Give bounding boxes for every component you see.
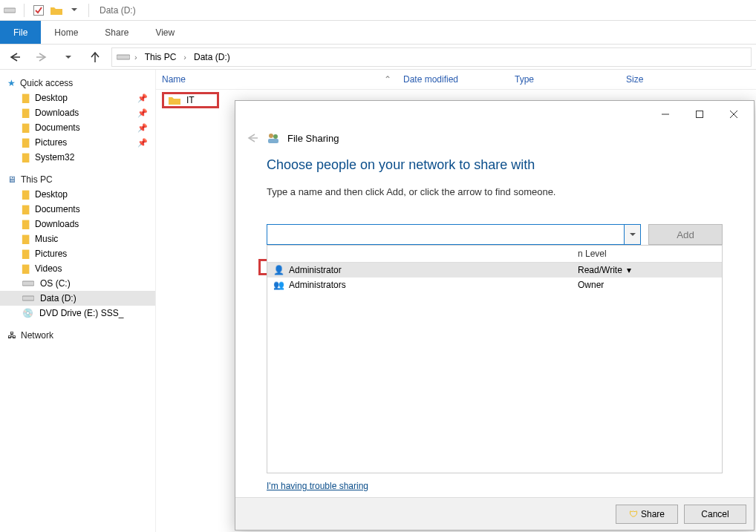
col-header-name[interactable]: Name⌃ [156,70,397,89]
trouble-sharing-link[interactable]: I'm having trouble sharing [267,481,723,491]
minimize-button[interactable] [650,104,681,125]
svg-point-13 [269,134,273,138]
user-icon: 👤 [273,265,284,275]
pin-icon: 📌 [137,108,148,118]
navigation-bar: › This PC › Data (D:) [0,45,756,70]
folder-icon: ▇ [22,189,29,200]
col-header-type[interactable]: Type [509,70,620,89]
folder-icon: ▇ [22,152,29,162]
recent-dropdown[interactable] [58,48,79,66]
tab-home[interactable]: Home [41,21,91,44]
navigation-sidebar: ★ Quick access ▇Desktop📌 ▇Downloads📌 ▇Do… [0,70,156,532]
ribbon-tabs: File Home Share View [0,21,756,45]
sidebar-item-dvd-drive[interactable]: 💿DVD Drive (E:) SSS_ [0,306,155,321]
sidebar-this-pc[interactable]: 🖥 This PC [0,172,155,187]
network-icon: 🖧 [7,330,16,341]
chevron-down-icon[interactable]: ▾ [627,265,631,275]
breadcrumb-current[interactable]: Data (D:) [191,52,233,62]
tab-file[interactable]: File [0,21,41,44]
col-header-permission[interactable]: n Level [572,246,722,262]
sidebar-item-downloads[interactable]: ▇Downloads [0,217,155,231]
sidebar-item-documents[interactable]: ▇Documents📌 [0,120,155,135]
back-button[interactable] [4,48,25,66]
window-title: Data (D:) [100,5,136,16]
this-pc-label: This PC [21,174,53,185]
sidebar-item-music[interactable]: ▇Music [0,231,155,246]
folder-icon: ▇ [22,122,29,133]
folder-icon: ▇ [22,204,29,214]
folder-icon: ▇ [22,137,29,148]
pin-icon: 📌 [137,123,148,133]
svg-rect-6 [22,281,34,286]
table-header: n Level [267,246,722,263]
svg-rect-5 [117,55,130,59]
sidebar-item-pictures[interactable]: ▇Pictures📌 [0,135,155,150]
svg-rect-15 [268,139,278,143]
chevron-right-icon[interactable]: › [133,53,139,62]
close-button[interactable] [718,104,749,125]
col-header-name[interactable] [267,246,572,262]
column-headers: Name⌃ Date modified Type Size [156,70,756,90]
dialog-heading: Choose people on your network to share w… [267,157,723,173]
maximize-button[interactable] [684,104,715,125]
sidebar-network[interactable]: 🖧 Network [0,328,155,343]
sidebar-item-os-c[interactable]: OS (C:) [0,276,155,291]
add-button[interactable]: Add [648,224,723,245]
pin-icon: 📌 [137,138,148,148]
sidebar-item-pictures[interactable]: ▇Pictures [0,246,155,261]
sidebar-item-desktop[interactable]: ▇Desktop📌 [0,91,155,105]
sidebar-item-system32[interactable]: ▇System32 [0,150,155,165]
table-row[interactable]: 👤Administrator Read/Write▾ [267,263,722,278]
checkbox-icon[interactable] [32,4,45,17]
forward-button[interactable] [31,48,52,66]
svg-rect-9 [697,111,703,118]
breadcrumb[interactable]: › This PC › Data (D:) [111,47,752,67]
sort-indicator-icon: ⌃ [384,74,391,85]
cancel-button[interactable]: Cancel [684,505,746,524]
disc-icon: 💿 [22,308,33,318]
breadcrumb-root[interactable]: This PC [142,52,180,62]
drive-icon [22,280,34,287]
dialog-title: File Sharing [287,133,339,144]
star-icon: ★ [7,78,16,88]
table-row[interactable]: 👥Administrators Owner [267,278,722,292]
folder-icon [169,96,180,105]
group-quick-access: ★ Quick access ▇Desktop📌 ▇Downloads📌 ▇Do… [0,76,155,165]
up-button[interactable] [85,48,105,66]
drive-icon [22,295,34,302]
computer-icon: 🖥 [7,174,16,185]
dialog-footer: 🛡 Share Cancel [235,497,754,530]
callout-highlight: IT [162,92,219,108]
sidebar-item-desktop[interactable]: ▇Desktop [0,187,155,202]
share-button[interactable]: 🛡 Share [616,505,678,524]
sidebar-item-documents[interactable]: ▇Documents [0,202,155,217]
drive-icon [117,53,130,61]
sidebar-quick-access[interactable]: ★ Quick access [0,76,155,91]
person-combobox[interactable]: Everyone Find people... [267,224,641,245]
permissions-table: n Level 👤Administrator Read/Write▾ 👥Admi… [267,245,723,473]
group-network: 🖧 Network [0,328,155,343]
drive-icon [3,4,16,17]
pin-icon: 📌 [137,93,148,103]
dropdown-icon[interactable] [68,4,81,17]
network-label: Network [21,330,53,341]
back-icon[interactable] [246,133,259,143]
tab-share[interactable]: Share [91,21,142,44]
col-header-size[interactable]: Size [620,70,709,89]
group-icon: 👥 [273,280,284,290]
dialog-header: File Sharing [235,128,754,148]
dropdown-button[interactable] [624,225,640,244]
dialog-body: Choose people on your network to share w… [235,148,754,497]
folder-icon: ▇ [22,234,29,244]
group-this-pc: 🖥 This PC ▇Desktop ▇Documents ▇Downloads… [0,172,155,321]
folder-icon: ▇ [22,263,29,274]
svg-rect-7 [22,296,34,301]
sidebar-item-downloads[interactable]: ▇Downloads📌 [0,105,155,120]
sidebar-item-data-d[interactable]: Data (D:) [0,291,155,306]
sidebar-item-videos[interactable]: ▇Videos [0,261,155,276]
folder-icon: ▇ [22,249,29,259]
tab-view[interactable]: View [142,21,188,44]
title-bar: Data (D:) [0,0,756,21]
col-header-date[interactable]: Date modified [397,70,509,89]
chevron-right-icon[interactable]: › [182,53,188,62]
